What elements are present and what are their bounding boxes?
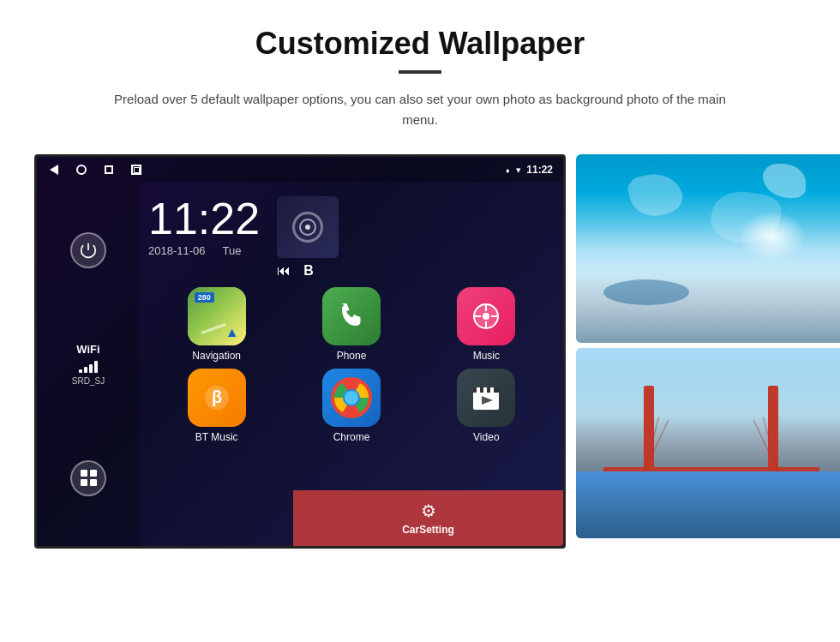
page-title: Customized Wallpaper	[34, 26, 806, 62]
clock-time: 11:22	[148, 193, 260, 244]
status-time: 11:22	[526, 164, 553, 176]
chrome-label: Chrome	[333, 431, 370, 443]
wallpaper-bridge[interactable]	[576, 348, 840, 538]
carsetting-label: CarSetting	[402, 524, 454, 536]
carsetting-content: ⚙ CarSetting	[402, 501, 454, 537]
phone-label: Phone	[337, 350, 367, 362]
wifi-animation-icon	[292, 212, 323, 243]
wallpaper-glacier[interactable]	[576, 154, 840, 343]
carsetting-bar[interactable]: ⚙ CarSetting	[293, 490, 563, 546]
sidebar: WiFi SRD_SJ	[37, 183, 140, 546]
clock-section: 11:22 2018-11-06 Tue	[148, 193, 260, 257]
clock-date: 2018-11-06	[148, 244, 206, 257]
app-item-bt-music[interactable]: β BT Music	[153, 369, 280, 443]
main-layout: ⬧ ▾ 11:22 WiFi	[34, 154, 806, 549]
phone-icon	[322, 287, 381, 345]
app-item-navigation[interactable]: 280 ▲ Navigation	[153, 287, 280, 362]
page-description: Preload over 5 default wallpaper options…	[99, 89, 741, 130]
wallpaper-thumbnails-panel	[576, 154, 840, 538]
title-divider	[399, 70, 441, 74]
clock-date-row: 2018-11-06 Tue	[148, 244, 260, 257]
status-bar: ⬧ ▾ 11:22	[37, 157, 563, 183]
svg-rect-12	[490, 387, 494, 393]
apps-grid-icon	[81, 470, 97, 486]
back-button[interactable]	[47, 163, 61, 177]
home-button[interactable]	[75, 163, 88, 177]
music-icon	[457, 287, 515, 345]
status-bar-left	[47, 163, 143, 177]
navigation-icon: 280 ▲	[188, 287, 246, 345]
media-tile	[277, 196, 339, 258]
bridge-fog	[576, 348, 840, 424]
bridge-deck	[603, 467, 819, 471]
glacier-image	[576, 154, 840, 343]
wifi-section: WiFi SRD_SJ	[72, 343, 105, 386]
map-pin-icon: ▲	[225, 325, 239, 340]
bridge-image	[576, 348, 840, 538]
android-screen: ⬧ ▾ 11:22 WiFi	[34, 154, 566, 549]
glacier-shadow	[576, 267, 840, 343]
app-item-chrome[interactable]: Chrome	[287, 369, 415, 443]
wifi-bars	[72, 359, 105, 373]
power-button[interactable]	[70, 232, 106, 268]
navigation-label: Navigation	[192, 350, 241, 362]
bt-music-label: BT Music	[195, 431, 238, 443]
chrome-icon	[322, 369, 381, 427]
video-label: Video	[473, 431, 499, 443]
app-item-music[interactable]: Music	[423, 287, 550, 362]
map-number-badge: 280	[195, 292, 214, 303]
bt-music-icon: β	[188, 369, 246, 427]
svg-point-7	[345, 391, 358, 405]
prev-track-icon[interactable]: ⏮	[277, 263, 291, 279]
app-item-phone[interactable]: Phone	[287, 287, 415, 362]
wifi-ring-inner	[299, 219, 316, 236]
svg-rect-11	[483, 387, 487, 393]
screenshot-button[interactable]	[129, 163, 143, 177]
video-icon	[457, 369, 515, 427]
wifi-dot	[305, 225, 310, 230]
music-label: Music	[473, 350, 500, 362]
wifi-label: WiFi	[72, 343, 105, 356]
app-item-video[interactable]: Video	[423, 369, 550, 443]
status-bar-right: ⬧ ▾ 11:22	[505, 164, 553, 176]
apps-button[interactable]	[70, 460, 106, 496]
wifi-network-name: SRD_SJ	[72, 376, 105, 386]
clock-day: Tue	[223, 244, 242, 257]
svg-rect-10	[477, 387, 480, 393]
media-controls: ⏮ B	[277, 263, 314, 279]
gps-icon: ⬧	[505, 165, 511, 175]
carsetting-icon: ⚙	[402, 501, 454, 521]
svg-point-1	[483, 313, 489, 320]
recent-apps-button[interactable]	[102, 163, 116, 177]
svg-text:β: β	[212, 387, 222, 406]
next-track-icon[interactable]: B	[303, 263, 314, 279]
bridge-water	[576, 471, 840, 538]
wifi-signal-icon: ▾	[516, 165, 521, 176]
